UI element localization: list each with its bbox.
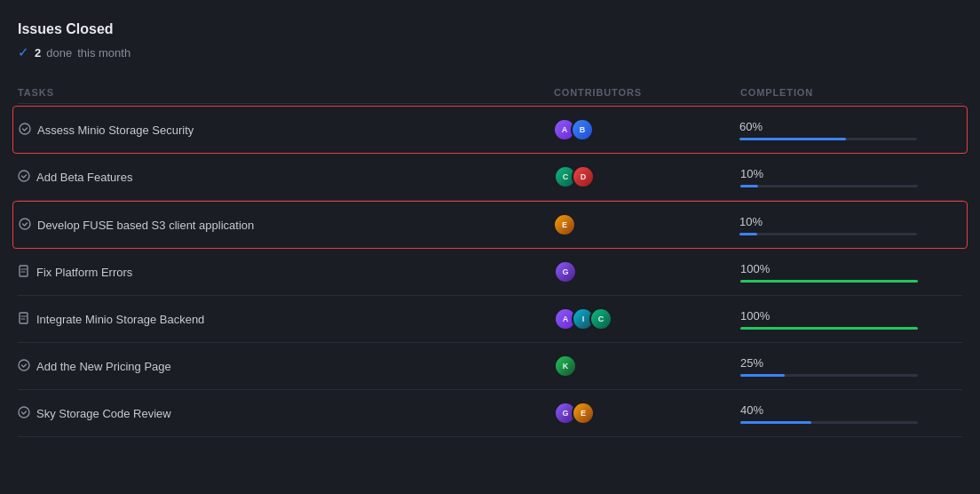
completion-cell: 60%	[731, 120, 961, 140]
table-row[interactable]: Fix Platform ErrorsG100%	[18, 249, 962, 296]
svg-point-6	[19, 407, 29, 418]
progress-bar-fill	[740, 327, 918, 330]
svg-rect-4	[20, 313, 28, 323]
table-row[interactable]: Sky Storage Code ReviewGE40%	[18, 390, 962, 437]
doc-icon	[18, 265, 30, 280]
task-cell: Integrate Minio Storage Backend	[18, 312, 554, 327]
completion-cell: 25%	[731, 356, 962, 377]
avatar-group: G	[554, 260, 572, 283]
avatar-group: E	[553, 213, 571, 236]
task-cell: Develop FUSE based S3 client application	[19, 218, 553, 233]
avatar-group: CD	[554, 165, 589, 188]
completion-cell: 100%	[731, 309, 962, 330]
svg-point-0	[20, 124, 30, 134]
progress-bar-track	[739, 138, 917, 140]
completion-percent: 25%	[740, 356, 962, 370]
progress-bar-fill	[739, 138, 846, 140]
task-cell: Sky Storage Code Review	[18, 406, 554, 421]
table-row[interactable]: Develop FUSE based S3 client application…	[12, 201, 968, 249]
progress-bar-track	[740, 185, 918, 187]
contributors-cell: E	[553, 213, 731, 236]
done-period: this month	[77, 46, 130, 60]
check-circle-icon	[19, 218, 31, 233]
done-count: 2	[35, 46, 41, 60]
done-summary: ✓ 2 done this month	[18, 44, 962, 60]
completion-cell: 10%	[731, 215, 961, 235]
task-name: Assess Minio Storage Security	[37, 124, 194, 137]
svg-rect-3	[20, 266, 28, 276]
svg-point-1	[19, 171, 29, 181]
completion-cell: 40%	[731, 403, 962, 424]
contributors-cell: K	[554, 355, 731, 378]
table-row[interactable]: Integrate Minio Storage BackendAIC100%	[18, 296, 962, 343]
contributors-cell: AIC	[554, 307, 731, 331]
progress-bar-track	[740, 327, 918, 330]
check-circle-icon	[18, 170, 30, 185]
avatar: E	[553, 213, 576, 236]
progress-bar-track	[740, 421, 918, 424]
avatar-group: AB	[553, 118, 589, 141]
avatar: K	[554, 355, 577, 378]
table-row[interactable]: Assess Minio Storage SecurityAB60%	[12, 106, 968, 154]
contributors-cell: G	[554, 260, 731, 283]
progress-bar-fill	[740, 421, 811, 424]
progress-bar-fill	[740, 185, 758, 187]
progress-bar-track	[740, 280, 918, 283]
col-completion: COMPLETION	[731, 87, 962, 98]
task-cell: Add Beta Features	[18, 170, 554, 185]
avatar-group: GE	[554, 402, 589, 425]
avatar: B	[571, 118, 594, 141]
task-cell: Fix Platform Errors	[18, 265, 554, 280]
task-name: Develop FUSE based S3 client application	[37, 219, 254, 232]
svg-point-5	[19, 360, 29, 370]
completion-cell: 10%	[731, 167, 962, 187]
progress-bar-fill	[739, 233, 757, 235]
completion-percent: 40%	[740, 403, 962, 417]
svg-point-2	[20, 219, 30, 229]
check-circle-icon	[18, 359, 30, 374]
task-name: Fix Platform Errors	[36, 266, 132, 279]
contributors-cell: CD	[554, 165, 731, 188]
completion-percent: 100%	[740, 262, 962, 275]
avatar: C	[589, 307, 612, 331]
table-row[interactable]: Add Beta FeaturesCD10%	[18, 154, 962, 201]
col-tasks: TASKS	[18, 87, 554, 98]
progress-bar-fill	[740, 374, 785, 377]
completion-percent: 10%	[739, 215, 961, 228]
task-cell: Add the New Pricing Page	[18, 359, 554, 374]
table-row[interactable]: Add the New Pricing PageK25%	[18, 343, 962, 390]
completion-cell: 100%	[731, 262, 962, 283]
page-title: Issues Closed	[18, 21, 962, 37]
task-name: Integrate Minio Storage Backend	[36, 313, 204, 326]
task-name: Add the New Pricing Page	[36, 360, 171, 373]
checkmark-icon: ✓	[18, 44, 29, 60]
check-circle-icon	[18, 406, 30, 421]
col-contributors: CONTRIBUTORS	[554, 87, 731, 98]
contributors-cell: AB	[553, 118, 731, 141]
progress-bar-track	[739, 233, 917, 235]
task-cell: Assess Minio Storage Security	[19, 123, 553, 138]
progress-bar-track	[740, 374, 918, 377]
check-circle-icon	[19, 123, 31, 138]
completion-percent: 100%	[740, 309, 962, 323]
avatar: G	[554, 260, 577, 283]
completion-percent: 10%	[740, 167, 962, 180]
completion-percent: 60%	[739, 120, 961, 133]
progress-bar-fill	[740, 280, 918, 283]
table-header: TASKS CONTRIBUTORS COMPLETION	[18, 82, 962, 104]
avatar-group: AIC	[554, 307, 607, 331]
task-name: Add Beta Features	[36, 171, 132, 184]
avatar-group: K	[554, 355, 572, 378]
doc-icon	[18, 312, 30, 327]
avatar: D	[572, 165, 595, 188]
done-label: done	[46, 46, 72, 60]
contributors-cell: GE	[554, 402, 731, 425]
task-name: Sky Storage Code Review	[36, 407, 171, 420]
avatar: E	[572, 402, 595, 425]
tasks-table: Assess Minio Storage SecurityAB60%Add Be…	[18, 106, 962, 437]
